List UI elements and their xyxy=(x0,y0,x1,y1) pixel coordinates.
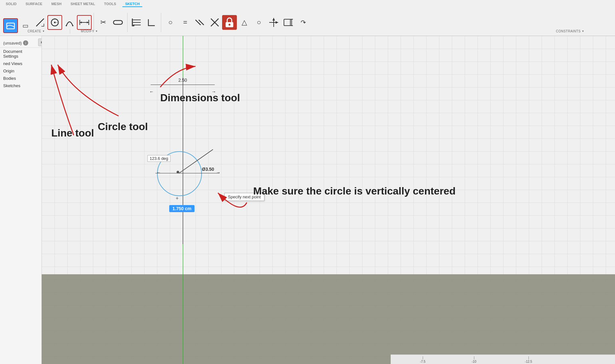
toolbar: SOLID SURFACE MESH SHEET METAL TOOLS SKE… xyxy=(0,0,615,36)
diameter-arrow-left: ← xyxy=(156,170,161,175)
svg-point-4 xyxy=(54,21,56,23)
bracket-button[interactable] xyxy=(281,15,296,30)
x-cross-icon xyxy=(209,17,220,28)
lock-button[interactable] xyxy=(222,15,237,30)
equals-button[interactable]: = xyxy=(178,15,193,30)
svg-marker-28 xyxy=(276,21,278,24)
constraints-label: CONSTRAINTS ▼ xyxy=(525,29,615,34)
tick-label-3: -12.5 xyxy=(525,360,532,363)
svg-point-7 xyxy=(72,25,73,26)
svg-point-5 xyxy=(54,18,55,20)
tick-2 xyxy=(474,356,474,360)
unsaved-label: (unsaved) xyxy=(3,41,22,46)
scissors-button[interactable]: ✂ xyxy=(96,15,111,30)
crosshair: + xyxy=(176,195,179,201)
svg-rect-29 xyxy=(284,19,290,26)
ruler-ticks: -7.5 -10 -12.5 xyxy=(391,355,615,364)
tick-label-1: -7.5 xyxy=(420,360,425,363)
dimensions-button[interactable] xyxy=(77,15,92,30)
tab-mesh[interactable]: MESH xyxy=(49,1,64,7)
sidebar-item-sketches[interactable]: Sketches xyxy=(0,82,41,89)
line-icon xyxy=(35,17,45,28)
arrow-right-button[interactable]: ↷ xyxy=(296,15,311,30)
canvas-area[interactable]: 2.50 + ← → Ø3.50 123.6 deg Specify next … xyxy=(42,36,615,364)
modify-label: MODIFY ▼ xyxy=(70,29,109,34)
bracket-icon xyxy=(283,17,294,28)
diameter-line xyxy=(155,173,220,173)
svg-marker-27 xyxy=(272,18,275,21)
create-label: CREATE ▼ xyxy=(3,29,70,34)
parallel-icon xyxy=(194,17,206,28)
circle-outline-button[interactable]: ○ xyxy=(163,15,178,30)
hatch-icon xyxy=(131,17,143,28)
tick-1 xyxy=(423,356,423,360)
tab-tools[interactable]: TOOLS xyxy=(102,1,119,7)
angle-label: 123.6 deg xyxy=(147,155,170,162)
svg-point-6 xyxy=(66,25,67,26)
sidebar: (unsaved) i Document Settings ned Views … xyxy=(0,36,42,364)
annotation-line-tool: Line tool xyxy=(51,127,94,139)
circle-button[interactable] xyxy=(47,15,62,30)
svg-point-24 xyxy=(229,24,230,26)
hatch-button[interactable] xyxy=(129,15,144,30)
corner-button[interactable] xyxy=(144,15,159,30)
main-area: (unsaved) i Document Settings ned Views … xyxy=(0,36,615,364)
triangle-button[interactable]: △ xyxy=(237,15,252,30)
annotation-circle-tool: Circle tool xyxy=(98,121,148,133)
annotation-circle-centered: Make sure the circle is vertically cente… xyxy=(253,185,455,197)
arrow-cross-button[interactable] xyxy=(266,15,281,30)
tab-sketch[interactable]: SKETCH xyxy=(122,1,142,7)
arc-button[interactable] xyxy=(62,15,77,30)
svg-line-1 xyxy=(36,19,44,26)
ruler-bottom: -7.5 -10 -12.5 xyxy=(391,354,615,364)
unsaved-title: (unsaved) i xyxy=(0,38,41,48)
arrow-cross-icon xyxy=(268,17,279,28)
sidebar-item-bodies[interactable]: Bodies xyxy=(0,75,41,82)
tick-label-2: -10 xyxy=(472,360,476,363)
circle2-button[interactable]: ○ xyxy=(252,15,266,30)
spacer xyxy=(109,29,525,34)
cm-label: 1.750 cm xyxy=(169,205,195,212)
dimension-250-label: 2.50 xyxy=(178,78,187,83)
corner-icon xyxy=(146,17,157,28)
x-cross-button[interactable] xyxy=(207,15,222,30)
tick-3 xyxy=(528,356,529,360)
info-icon[interactable]: i xyxy=(23,40,28,46)
dimension-250-line xyxy=(151,85,215,85)
svg-rect-13 xyxy=(113,21,122,24)
circle-icon xyxy=(49,17,61,28)
tab-surface[interactable]: SURFACE xyxy=(23,1,45,7)
tab-sheet-metal[interactable]: SHEET METAL xyxy=(68,1,98,7)
sidebar-item-named-views[interactable]: ned Views xyxy=(0,60,41,67)
material-band xyxy=(42,274,615,364)
toolbar-section-labels: CREATE ▼ MODIFY ▼ CONSTRAINTS ▼ xyxy=(0,29,615,34)
diameter-label: Ø3.50 xyxy=(202,167,214,172)
tab-solid[interactable]: SOLID xyxy=(3,1,19,7)
dimensions-icon xyxy=(79,17,90,28)
slot-icon xyxy=(112,17,124,28)
lock-icon xyxy=(225,17,234,28)
sidebar-item-origin[interactable]: Origin xyxy=(0,67,41,75)
parallel-button[interactable] xyxy=(193,15,207,30)
annotation-dimensions-tool: Dimensions tool xyxy=(160,92,240,104)
slot-button[interactable] xyxy=(111,15,125,30)
arc-icon xyxy=(64,17,75,28)
tabs-row: SOLID SURFACE MESH SHEET METAL TOOLS SKE… xyxy=(0,1,142,8)
line-button[interactable] xyxy=(33,15,47,30)
sidebar-item-document-settings[interactable]: Document Settings xyxy=(0,48,41,60)
diameter-arrow-right: → xyxy=(216,170,220,175)
